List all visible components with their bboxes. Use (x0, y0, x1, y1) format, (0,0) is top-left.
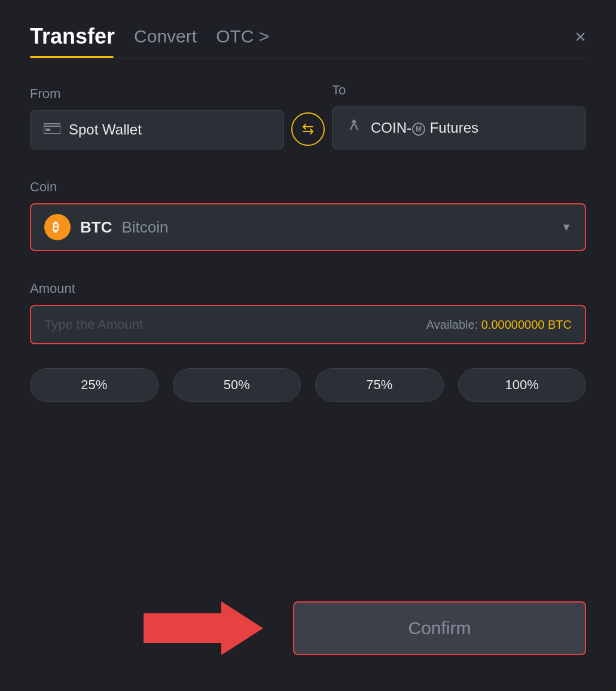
from-to-section: From Spot Wallet (30, 82, 586, 149)
tab-convert[interactable]: Convert (134, 26, 197, 47)
wallet-icon (44, 122, 60, 137)
to-block: To COIN-M Futures (332, 82, 586, 149)
coin-name: Bitcoin (121, 218, 168, 237)
to-wallet-name: COIN-M Futures (371, 120, 478, 136)
transfer-modal: Transfer Convert OTC > × From Spot Walle… (0, 0, 616, 691)
from-block: From Spot Wallet (30, 86, 284, 149)
pct-100-button[interactable]: 100% (458, 368, 587, 402)
pct-50-button[interactable]: 50% (173, 368, 301, 402)
available-text: Available: 0.00000000 BTC (426, 318, 572, 332)
svg-rect-1 (45, 129, 50, 131)
from-label: From (30, 86, 284, 102)
confirm-button[interactable]: Confirm (293, 601, 586, 655)
to-label: To (332, 82, 586, 98)
amount-section: Amount Available: 0.00000000 BTC (30, 281, 586, 344)
bottom-area: Confirm (30, 601, 586, 655)
pct-75-button[interactable]: 75% (315, 368, 444, 402)
swap-wrapper (284, 112, 332, 149)
tab-transfer[interactable]: Transfer (30, 24, 115, 49)
pct-25-button[interactable]: 25% (30, 368, 158, 402)
percentage-row: 25% 50% 75% 100% (30, 368, 586, 402)
coin-dropdown[interactable]: ₿ BTC Bitcoin ▼ (30, 203, 586, 251)
swap-button[interactable] (291, 112, 325, 146)
svg-text:₿: ₿ (53, 221, 59, 234)
coin-section: Coin ₿ BTC Bitcoin ▼ (30, 179, 586, 251)
amount-input[interactable] (44, 317, 420, 332)
from-wallet-selector[interactable]: Spot Wallet (30, 110, 284, 149)
from-wallet-name: Spot Wallet (69, 121, 142, 138)
modal-header: Transfer Convert OTC > × (30, 24, 586, 49)
amount-box: Available: 0.00000000 BTC (30, 305, 586, 344)
header-divider (30, 58, 586, 59)
red-arrow-svg (144, 601, 263, 655)
tab-otc[interactable]: OTC > (216, 26, 269, 47)
coin-symbol: BTC (80, 218, 112, 237)
close-button[interactable]: × (575, 27, 586, 46)
arrow-indicator (144, 601, 263, 655)
btc-icon: ₿ (44, 214, 71, 240)
amount-label: Amount (30, 281, 586, 296)
chevron-down-icon: ▼ (561, 221, 572, 234)
futures-icon (346, 118, 362, 138)
coin-label: Coin (30, 179, 586, 195)
to-wallet-selector[interactable]: COIN-M Futures (332, 106, 586, 149)
available-amount: 0.00000000 BTC (481, 318, 572, 331)
svg-marker-3 (144, 601, 263, 655)
